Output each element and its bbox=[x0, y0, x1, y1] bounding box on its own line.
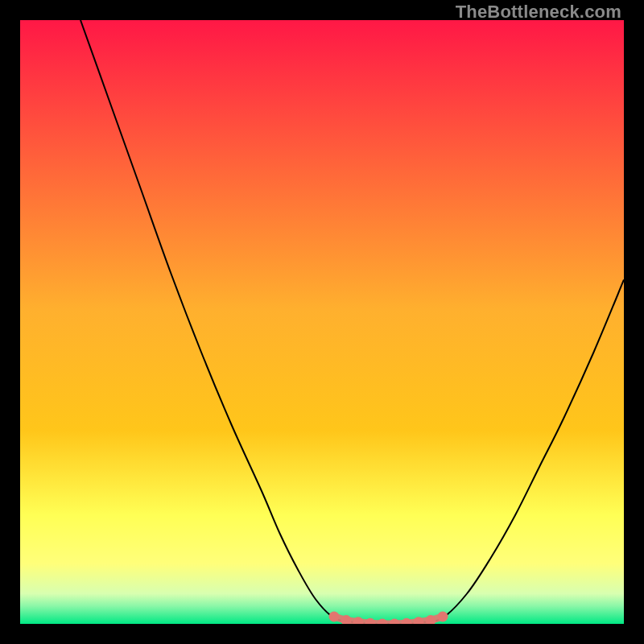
chart-frame: TheBottleneck.com bbox=[0, 0, 644, 644]
valley-marker bbox=[438, 612, 448, 622]
watermark-label: TheBottleneck.com bbox=[456, 2, 621, 23]
valley-marker bbox=[329, 612, 340, 622]
plot-area bbox=[20, 20, 624, 624]
chart-svg bbox=[20, 20, 624, 624]
svg-rect-0 bbox=[20, 20, 624, 624]
